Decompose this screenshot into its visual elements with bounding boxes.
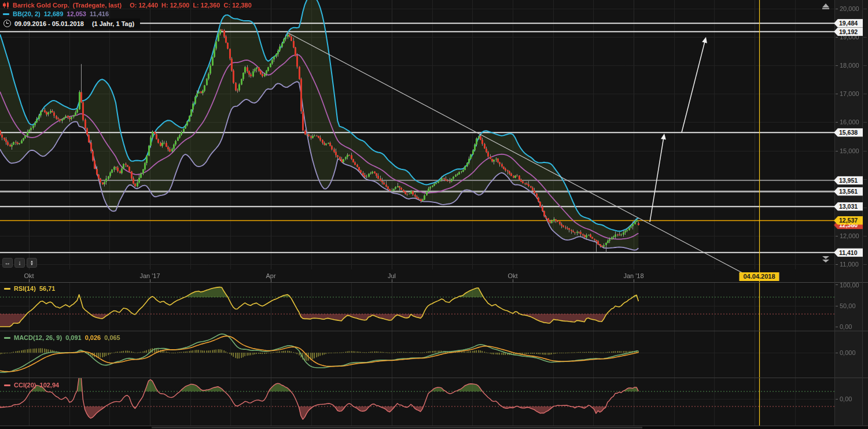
bb-upper-value: 12,689: [44, 10, 64, 17]
rsi-axis-label: 0,00: [840, 323, 852, 330]
clock-icon: [3, 20, 11, 27]
y-axis-tick-label: 16,000: [840, 119, 859, 125]
macd-axis-label: 0,000: [840, 349, 856, 356]
instrument-source: (Tradegate, last): [73, 2, 122, 9]
cci-value: 102,94: [40, 382, 60, 389]
cci-legend[interactable]: CCI(20) 102,94: [4, 382, 59, 389]
price-line-tag[interactable]: 19,484: [834, 19, 863, 28]
price-line-tag[interactable]: 13,951: [834, 176, 863, 185]
rsi-name: RSI(14): [14, 285, 36, 292]
bb-lower-value: 11,416: [90, 10, 109, 17]
x-axis-label: Jul: [388, 272, 396, 279]
instrument-legend[interactable]: Barrick Gold Corp. (Tradegate, last) O: …: [3, 2, 252, 9]
rsi-dash-icon: [4, 288, 10, 290]
trading-chart-window: Barrick Gold Corp. (Tradegate, last) O: …: [0, 0, 868, 429]
x-axis-label: Apr: [266, 272, 275, 279]
date-range-text: 09.09.2016 - 05.01.2018: [14, 20, 84, 27]
scroll-down-icon[interactable]: [822, 256, 830, 263]
cci-dash-icon: [4, 384, 10, 386]
cci-axis-label: 0,00: [840, 395, 852, 402]
price-line-tag[interactable]: 13,031: [834, 202, 863, 211]
chart-canvas[interactable]: [0, 0, 868, 429]
price-line-tag[interactable]: 15,638: [834, 128, 863, 137]
rsi-legend[interactable]: RSI(14) 56,71: [4, 285, 55, 292]
macd-name: MACD(12, 26, 9): [14, 334, 62, 341]
bb-label: BB(20, 2): [13, 10, 41, 17]
rsi-value: 56,71: [39, 285, 56, 292]
x-axis-label: Jan '17: [139, 272, 160, 279]
macd-legend[interactable]: MACD(12, 26, 9) 0,091 0,026 0,065: [4, 334, 120, 341]
scroll-up-icon[interactable]: [822, 3, 830, 9]
bb-dash-icon: [3, 13, 9, 15]
price-line-tag[interactable]: 13,561: [834, 187, 863, 196]
vertical-scale-button[interactable]: ↓: [14, 258, 25, 268]
cci-name: CCI(20): [14, 382, 36, 389]
price-alert-tag[interactable]: 12,537: [834, 216, 863, 225]
forecast-date-tag[interactable]: 04.04.2018: [739, 272, 779, 281]
bollinger-legend[interactable]: BB(20, 2) 12,689 12,053 11,416: [3, 10, 109, 17]
macd-value-hist: 0,065: [104, 334, 120, 341]
y-axis-tick-label: 15,000: [840, 147, 859, 154]
x-axis-label: Jan '18: [623, 272, 643, 279]
ohlc-open: O: 12,440: [130, 2, 158, 9]
x-axis-label: Okt: [24, 272, 34, 279]
x-axis-label: Okt: [507, 272, 517, 279]
price-line-tag[interactable]: 19,192: [834, 27, 863, 36]
macd-value-signal: 0,026: [85, 334, 101, 341]
bb-middle-value: 12,053: [67, 10, 86, 17]
candlestick-icon: [3, 2, 9, 9]
y-axis-tick-label: 12,000: [840, 232, 859, 239]
macd-dash-icon: [4, 337, 10, 339]
rsi-axis-label: 100,00: [840, 282, 859, 289]
ohlc-close: C: 12,380: [223, 2, 251, 9]
auto-scale-button[interactable]: ▲▼: [27, 258, 37, 268]
y-axis-tick-label: 18,000: [840, 62, 859, 69]
macd-value-line: 0,091: [65, 334, 82, 341]
y-axis-tick-label: 20,000: [840, 5, 859, 12]
date-range-interval: (1 Jahr, 1 Tag): [92, 20, 134, 27]
date-range-strip[interactable]: 09.09.2016 - 05.01.2018 (1 Jahr, 1 Tag): [0, 19, 140, 29]
ohlc-low: L: 12,360: [193, 2, 220, 9]
y-axis-tick-label: 11,000: [840, 261, 859, 268]
y-axis-tick-label: 17,000: [840, 90, 859, 97]
horizontal-scale-button[interactable]: ↔: [2, 258, 13, 268]
price-line-tag[interactable]: 11,410: [834, 248, 863, 257]
ohlc-high: H: 12,500: [161, 2, 189, 9]
rsi-axis-label: 50,00: [840, 302, 856, 309]
instrument-name: Barrick Gold Corp.: [13, 2, 69, 9]
